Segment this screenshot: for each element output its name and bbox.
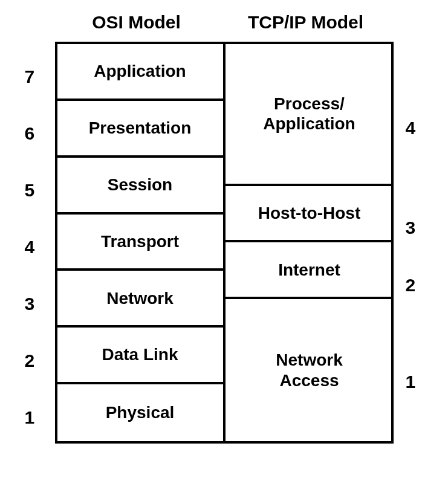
tcpip-number-3: 3	[406, 218, 416, 238]
tcpip-layer-internet: Internet	[226, 242, 394, 299]
tcpip-layer-process-application: Process/Application	[226, 44, 394, 186]
osi-layer-application: Application	[57, 44, 226, 101]
osi-number-4: 4	[25, 237, 35, 257]
tcpip-layer-network-access: NetworkAccess	[226, 299, 394, 441]
osi-number-1: 1	[25, 407, 35, 428]
tcpip-number-4: 4	[406, 118, 416, 138]
osi-number-5: 5	[25, 180, 35, 201]
osi-layer-session: Session	[57, 158, 226, 215]
tcpip-number-2: 2	[406, 275, 416, 296]
osi-column: Application Presentation Session Transpo…	[57, 44, 226, 441]
osi-layer-datalink: Data Link	[57, 328, 226, 384]
osi-number-2: 2	[25, 350, 35, 371]
diagram-container: OSI Model TCP/IP Model 7 6 5 4 3 2 1 App…	[13, 12, 436, 444]
headers-row: OSI Model TCP/IP Model	[55, 12, 436, 33]
osi-number-3: 3	[25, 294, 35, 314]
osi-number-7: 7	[25, 66, 35, 87]
tcpip-layer-host-to-host: Host-to-Host	[226, 186, 394, 243]
tcpip-number-1: 1	[406, 372, 416, 392]
osi-layer-physical: Physical	[57, 384, 226, 441]
osi-layer-presentation: Presentation	[57, 101, 226, 158]
osi-number-6: 6	[25, 123, 35, 144]
osi-header: OSI Model	[55, 12, 218, 33]
layer-diagram: Application Presentation Session Transpo…	[55, 42, 394, 444]
osi-layer-network: Network	[57, 271, 226, 328]
tcpip-header: TCP/IP Model	[224, 12, 388, 33]
osi-layer-transport: Transport	[57, 215, 226, 271]
tcpip-column: Process/Application Host-to-Host Interne…	[226, 44, 394, 441]
